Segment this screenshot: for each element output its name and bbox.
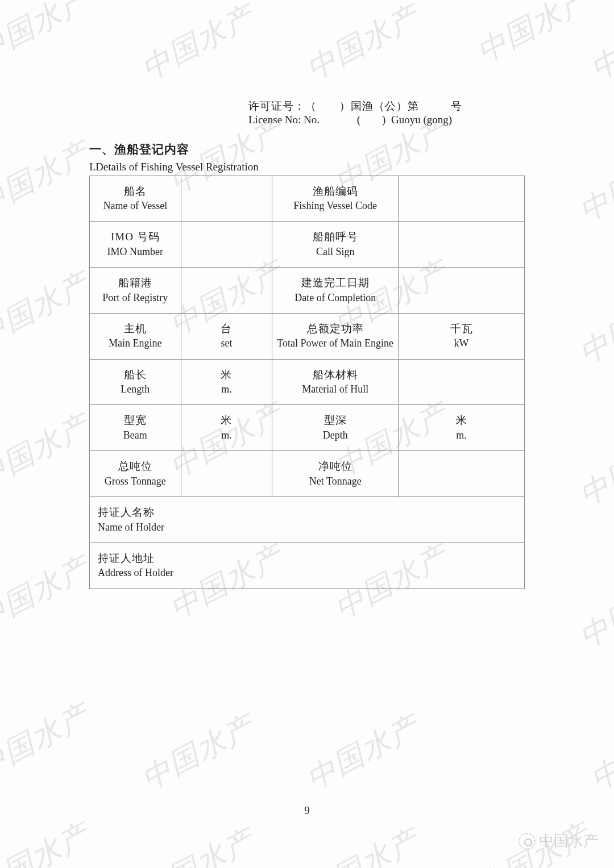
table-row: 主机Main Engine 台set 总额定功率Total Power of M…	[90, 313, 525, 359]
license-paren-2: ( )	[351, 113, 391, 127]
cell-value-port	[181, 268, 272, 314]
cell-value-gross-tonnage	[181, 451, 272, 497]
cell-label-length: 船长Length	[90, 359, 181, 405]
cell-value-net-tonnage	[399, 451, 525, 497]
license-paren-1: （ ）	[305, 99, 351, 113]
cell-value-length: 米m.	[181, 359, 272, 405]
cell-label-vessel-code: 渔船编码Fishing Vessel Code	[272, 176, 399, 222]
table-row: 船籍港Port of Registry 建造完工日期Date of Comple…	[90, 268, 525, 314]
cell-label-vessel-name: 船名Name of Vessel	[90, 176, 181, 222]
cell-value-callsign	[399, 222, 525, 268]
section-heading-en: I.Details of Fishing Vessel Registration	[89, 161, 525, 173]
cell-label-completion: 建造完工日期Date of Completion	[272, 268, 399, 314]
cell-label-imo: IMO 号码IMO Number	[90, 222, 181, 268]
cell-label-beam: 型宽Beam	[90, 405, 181, 451]
license-end-cn: 号	[451, 99, 462, 113]
footer-brand: 中国水产	[518, 831, 598, 851]
cell-label-total-power: 总额定功率Total Power of Main Engine	[272, 313, 399, 359]
cell-value-total-power: 千瓦kW	[399, 313, 525, 359]
table-row: 船名Name of Vessel 渔船编码Fishing Vessel Code	[90, 176, 525, 222]
page-number: 9	[0, 804, 614, 817]
license-label-en: License No: No.	[248, 113, 320, 127]
cell-holder-address: 持证人地址 Address of Holder	[90, 542, 525, 589]
cell-label-callsign: 船舶呼号Call Sign	[272, 222, 399, 268]
cell-value-depth: 米m.	[399, 405, 525, 451]
section-heading-cn: 一、渔船登记内容	[89, 141, 525, 157]
license-mid-en: Guoyu (gong)	[391, 113, 452, 127]
cell-value-completion	[399, 268, 525, 314]
page-body: 许可证号： （ ） 国渔（公）第 号 License No: No. ( ) G…	[0, 0, 614, 868]
cell-label-port: 船籍港Port of Registry	[90, 268, 181, 314]
cell-label-hull-material: 船体材料Material of Hull	[272, 359, 399, 405]
cell-value-beam: 米m.	[181, 405, 272, 451]
cell-label-gross-tonnage: 总吨位Gross Tonnage	[90, 451, 181, 497]
table-row: 型宽Beam 米m. 型深Depth 米m.	[90, 405, 525, 451]
cell-value-vessel-name	[181, 176, 272, 222]
license-mid-cn: 国渔（公）第	[351, 99, 419, 113]
cell-holder-name: 持证人名称 Name of Holder	[90, 496, 525, 542]
license-number-block: 许可证号： （ ） 国渔（公）第 号 License No: No. ( ) G…	[248, 99, 525, 127]
cell-value-imo	[181, 222, 272, 268]
cell-value-vessel-code	[399, 176, 525, 222]
footer-brand-text: 中国水产	[539, 831, 598, 851]
table-row: 持证人名称 Name of Holder	[90, 496, 525, 542]
license-label-cn: 许可证号：	[248, 99, 305, 113]
cell-value-main-engine: 台set	[181, 313, 272, 359]
cell-label-depth: 型深Depth	[272, 405, 399, 451]
table-row: IMO 号码IMO Number 船舶呼号Call Sign	[90, 222, 525, 268]
cell-label-main-engine: 主机Main Engine	[90, 313, 181, 359]
table-row: 总吨位Gross Tonnage 净吨位Net Tonnage	[90, 451, 525, 497]
cell-value-hull-material	[399, 359, 525, 405]
table-row: 船长Length 米m. 船体材料Material of Hull	[90, 359, 525, 405]
registration-table: 船名Name of Vessel 渔船编码Fishing Vessel Code…	[89, 176, 525, 589]
table-row: 持证人地址 Address of Holder	[90, 542, 525, 589]
brand-icon	[518, 833, 536, 850]
cell-label-net-tonnage: 净吨位Net Tonnage	[272, 451, 399, 497]
